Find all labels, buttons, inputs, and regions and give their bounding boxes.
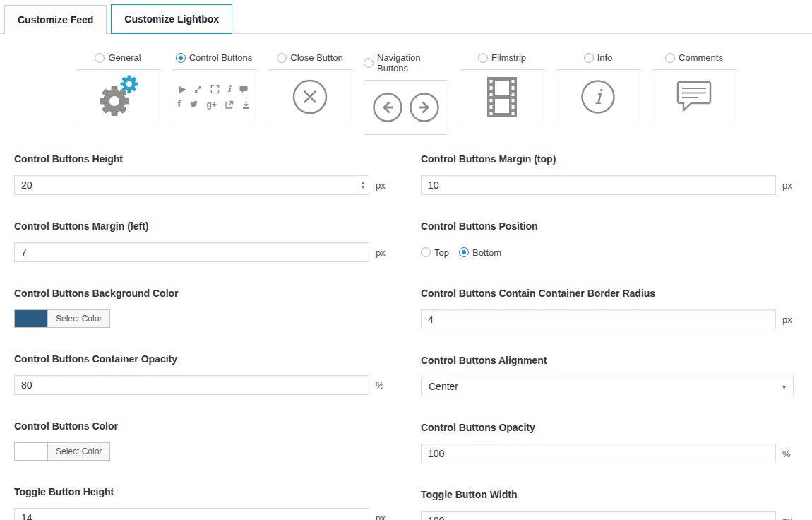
general-box[interactable] — [76, 69, 160, 124]
comments-radio[interactable] — [665, 53, 675, 63]
arrow-left-icon — [371, 91, 404, 124]
unit-suffix: px — [376, 180, 387, 191]
control-buttons-box[interactable]: ▶ i f g+ — [172, 69, 256, 124]
unit-suffix: % — [782, 449, 794, 459]
control-buttons-container-opacity-input[interactable] — [14, 375, 369, 395]
field-label: Control Buttons Container Opacity — [14, 353, 387, 365]
toggle-button-height-input[interactable] — [14, 508, 369, 520]
twitter-icon — [189, 100, 198, 109]
field-control-buttons-alignment: Control Buttons Alignment Center ▾ — [421, 355, 794, 396]
field-label: Control Buttons Alignment — [421, 355, 794, 366]
alignment-select[interactable]: Center ▾ — [421, 377, 794, 396]
field-label: Control Buttons Opacity — [421, 422, 794, 433]
control-buttons-radio[interactable] — [176, 53, 186, 63]
select-color-button[interactable]: Select Color — [47, 309, 110, 328]
field-toggle-button-height: Toggle Button Height px — [14, 486, 387, 520]
number-spinner[interactable]: ▲ ▼ — [357, 176, 369, 194]
alignment-selected-value: Center — [429, 381, 458, 392]
comments-box[interactable] — [652, 69, 736, 124]
play-icon: ▶ — [179, 85, 186, 93]
select-color-button[interactable]: Select Color — [47, 442, 110, 461]
position-top-radio[interactable] — [421, 247, 431, 257]
toggle-button-width-input[interactable] — [421, 511, 776, 520]
tab-bar: Customize Feed Customize Lightbox — [0, 0, 812, 34]
unit-suffix: px — [782, 180, 794, 191]
field-container-border-radius: Control Buttons Contain Container Border… — [421, 288, 794, 329]
section-general-radio-row[interactable]: General — [95, 52, 141, 63]
navigation-arrows-icon — [371, 91, 441, 124]
background-color-swatch[interactable] — [14, 309, 48, 328]
filmstrip-box[interactable] — [460, 69, 544, 124]
control-buttons-icon: ▶ i f g+ — [177, 85, 251, 110]
general-radio[interactable] — [95, 53, 105, 63]
unit-suffix: px — [782, 516, 794, 520]
field-toggle-button-width: Toggle Button Width px — [421, 489, 794, 520]
navigation-buttons-label: Navigation Buttons — [377, 52, 448, 73]
field-control-buttons-position: Control Buttons Position Top Bottom — [421, 220, 794, 262]
position-bottom-option[interactable]: Bottom — [459, 247, 501, 258]
close-icon — [290, 77, 330, 117]
section-filmstrip: Filmstrip — [460, 52, 544, 135]
tab-customize-lightbox[interactable]: Customize Lightbox — [111, 4, 232, 34]
field-label: Control Buttons Height — [14, 153, 387, 165]
position-top-label: Top — [434, 247, 449, 258]
field-control-buttons-margin-left: Control Buttons Margin (left) px — [14, 220, 387, 262]
info-label: Info — [597, 52, 613, 63]
general-label: General — [108, 52, 141, 63]
filmstrip-radio[interactable] — [478, 53, 488, 63]
lightbox-section-selector: General — [0, 52, 812, 135]
field-label: Toggle Button Height — [14, 486, 387, 497]
comment-small-icon — [239, 85, 249, 94]
google-plus-icon: g+ — [206, 100, 216, 109]
navigation-buttons-box[interactable] — [364, 80, 448, 135]
info-radio[interactable] — [584, 53, 594, 63]
info-icon: i — [579, 78, 617, 116]
field-label: Control Buttons Background Color — [14, 288, 387, 299]
field-control-buttons-color: Control Buttons Color Select Color — [14, 420, 387, 461]
close-button-radio[interactable] — [277, 53, 287, 63]
spinner-down-icon[interactable]: ▼ — [361, 185, 366, 189]
form-column-left: Control Buttons Height ▲ ▼ px Control Bu… — [14, 153, 387, 520]
unit-suffix: px — [376, 513, 387, 520]
field-label: Control Buttons Margin (top) — [421, 153, 794, 165]
navigation-buttons-radio-row[interactable]: Navigation Buttons — [364, 52, 448, 73]
field-label: Toggle Button Width — [421, 489, 794, 500]
field-label: Control Buttons Margin (left) — [14, 220, 387, 232]
filmstrip-icon — [484, 76, 520, 118]
field-control-buttons-margin-top: Control Buttons Margin (top) px — [421, 153, 794, 195]
tab-customize-feed[interactable]: Customize Feed — [4, 5, 107, 34]
svg-text:i: i — [595, 85, 603, 109]
info-radio-row[interactable]: Info — [584, 52, 613, 63]
close-button-label: Close Button — [290, 52, 342, 63]
chevron-down-icon: ▾ — [782, 383, 786, 391]
section-general: General — [76, 52, 160, 135]
unit-suffix: px — [376, 247, 387, 258]
buttons-color-swatch[interactable] — [14, 442, 48, 461]
field-label: Control Buttons Contain Container Border… — [421, 288, 794, 299]
field-control-buttons-background-color: Control Buttons Background Color Select … — [14, 288, 387, 328]
control-buttons-radio-row[interactable]: Control Buttons — [176, 52, 253, 63]
form-column-right: Control Buttons Margin (top) px Control … — [421, 153, 794, 520]
container-border-radius-input[interactable] — [421, 309, 776, 329]
control-buttons-margin-left-input[interactable] — [14, 242, 369, 262]
close-button-box[interactable] — [268, 69, 352, 124]
unit-suffix: % — [376, 380, 387, 391]
position-top-option[interactable]: Top — [421, 247, 449, 258]
comments-icon — [673, 79, 715, 114]
filmstrip-radio-row[interactable]: Filmstrip — [478, 52, 526, 63]
field-control-buttons-container-opacity: Control Buttons Container Opacity % — [14, 353, 387, 395]
section-close-button: Close Button — [268, 52, 352, 135]
section-control-buttons: Control Buttons ▶ i f — [172, 52, 256, 135]
external-link-icon — [225, 100, 234, 110]
control-buttons-opacity-input[interactable] — [421, 444, 776, 463]
section-info: Info i — [556, 52, 640, 135]
control-buttons-margin-top-input[interactable] — [421, 175, 776, 195]
info-box[interactable]: i — [556, 69, 640, 124]
close-button-radio-row[interactable]: Close Button — [277, 52, 342, 63]
comments-radio-row[interactable]: Comments — [665, 52, 723, 63]
navigation-buttons-radio[interactable] — [364, 58, 374, 68]
control-buttons-height-input[interactable] — [14, 175, 369, 195]
comments-label: Comments — [679, 52, 723, 63]
position-bottom-radio[interactable] — [459, 247, 469, 257]
expand-icon — [193, 85, 203, 94]
